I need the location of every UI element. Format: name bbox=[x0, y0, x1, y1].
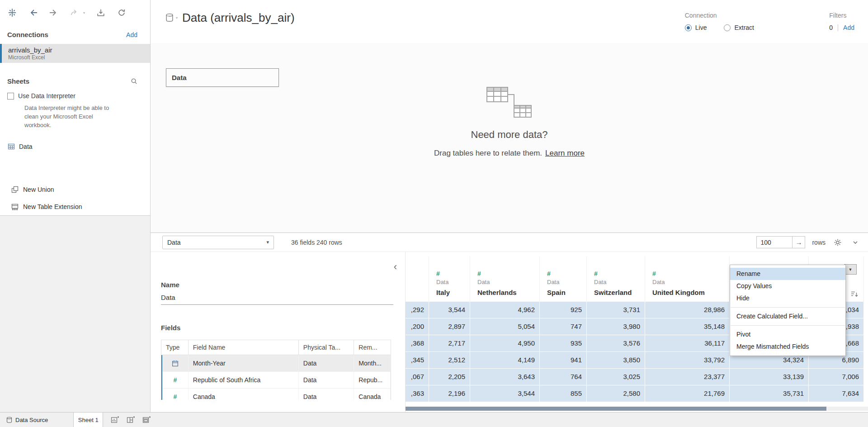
grid-cell[interactable]: ,345 bbox=[406, 352, 429, 369]
grid-cell[interactable]: ,368 bbox=[406, 335, 429, 352]
column-menu-trigger[interactable]: ▼ bbox=[844, 264, 857, 275]
new-table-extension-button[interactable]: New Table Extension bbox=[11, 201, 150, 212]
table-name-field[interactable]: Data bbox=[161, 294, 393, 305]
menu-item-create-calculated-field[interactable]: Create Calculated Field... bbox=[730, 310, 845, 323]
back-icon[interactable] bbox=[28, 8, 38, 18]
grid-cell[interactable]: 2,196 bbox=[429, 385, 470, 402]
grid-cell[interactable]: 2,205 bbox=[429, 369, 470, 385]
data-source-tab[interactable]: Data Source bbox=[0, 413, 54, 427]
forward-icon[interactable] bbox=[49, 8, 59, 18]
column-header-field-name[interactable]: Field Name bbox=[189, 340, 299, 355]
grid-column-header[interactable] bbox=[406, 256, 429, 302]
menu-item-rename[interactable]: Rename bbox=[730, 268, 845, 280]
grid-cell[interactable]: 3,544 bbox=[470, 385, 540, 402]
grid-cell[interactable]: 925 bbox=[540, 302, 587, 318]
grid-column-header[interactable]: #DataNetherlands bbox=[470, 256, 540, 302]
menu-item-copy-values[interactable]: Copy Values bbox=[730, 280, 845, 292]
grid-cell[interactable]: 3,731 bbox=[587, 302, 645, 318]
radio-extract[interactable]: Extract bbox=[724, 24, 754, 31]
table-sheet-icon bbox=[7, 142, 15, 150]
grid-cell[interactable]: 21,769 bbox=[645, 385, 730, 402]
grid-column-header[interactable]: #DataItaly bbox=[429, 256, 470, 302]
filters-add-link[interactable]: Add bbox=[843, 24, 854, 31]
grid-cell[interactable]: 2,897 bbox=[429, 318, 470, 335]
grid-cell[interactable]: 2,512 bbox=[429, 352, 470, 369]
menu-item-pivot[interactable]: Pivot bbox=[730, 328, 845, 341]
collapse-pane-chevron-icon[interactable] bbox=[850, 237, 861, 248]
new-dashboard-icon[interactable] bbox=[126, 415, 135, 424]
collapse-panel-chevron-left-icon[interactable]: ‹ bbox=[394, 262, 397, 272]
grid-cell[interactable]: 28,986 bbox=[645, 302, 730, 318]
field-row[interactable]: #Republic of South AfricaDataRepub... bbox=[162, 372, 391, 389]
grid-column-header[interactable]: #DataSpain bbox=[540, 256, 587, 302]
grid-settings-gear-icon[interactable] bbox=[832, 237, 843, 248]
column-header-remote[interactable]: Rem... bbox=[354, 340, 391, 355]
grid-cell[interactable]: 3,025 bbox=[587, 369, 645, 385]
new-union-button[interactable]: New Union bbox=[11, 184, 150, 195]
sheet-item-data[interactable]: Data bbox=[7, 142, 150, 152]
column-table-label: Data bbox=[652, 279, 729, 285]
horizontal-scrollbar[interactable] bbox=[406, 407, 868, 411]
grid-cell[interactable]: 5,054 bbox=[470, 318, 540, 335]
grid-cell[interactable]: ,363 bbox=[406, 385, 429, 402]
new-worksheet-icon[interactable] bbox=[110, 415, 119, 424]
grid-cell[interactable]: 36,117 bbox=[645, 335, 730, 352]
grid-cell[interactable]: ,292 bbox=[406, 302, 429, 318]
grid-cell[interactable]: 7,006 bbox=[809, 369, 864, 385]
grid-cell[interactable]: ,200 bbox=[406, 318, 429, 335]
learn-more-link[interactable]: Learn more bbox=[545, 149, 585, 158]
search-icon[interactable] bbox=[130, 78, 137, 85]
table-selector[interactable]: Data ▾ bbox=[162, 236, 274, 249]
table-chip[interactable]: Data bbox=[166, 68, 279, 87]
use-data-interpreter-checkbox[interactable] bbox=[7, 93, 14, 100]
grid-cell[interactable]: 2,717 bbox=[429, 335, 470, 352]
scrollbar-thumb[interactable] bbox=[406, 407, 826, 411]
grid-cell[interactable]: 4,950 bbox=[470, 335, 540, 352]
grid-cell[interactable]: 3,544 bbox=[429, 302, 470, 318]
title-dropdown-caret-icon[interactable]: ▾ bbox=[176, 16, 178, 20]
grid-cell[interactable]: 3,980 bbox=[587, 318, 645, 335]
grid-cell[interactable]: 3,643 bbox=[470, 369, 540, 385]
grid-cell[interactable]: 7,634 bbox=[809, 385, 864, 402]
field-row[interactable]: Month-YearDataMonth... bbox=[162, 355, 391, 372]
grid-cell[interactable]: 764 bbox=[540, 369, 587, 385]
grid-cell[interactable]: ,067 bbox=[406, 369, 429, 385]
grid-cell[interactable]: 747 bbox=[540, 318, 587, 335]
tab-sheet-1[interactable]: Sheet 1 bbox=[73, 413, 103, 427]
save-icon[interactable] bbox=[96, 8, 106, 18]
refresh-icon[interactable] bbox=[117, 8, 127, 18]
grid-cell[interactable]: 4,149 bbox=[470, 352, 540, 369]
field-row[interactable]: #CanadaDataCanada bbox=[162, 389, 391, 400]
grid-column: #DataSwitzerland3,7313,9803,5763,8503,02… bbox=[587, 256, 645, 402]
grid-cell[interactable]: 33,139 bbox=[730, 369, 809, 385]
grid-column-header[interactable]: #DataSwitzerland bbox=[587, 256, 645, 302]
add-connection-link[interactable]: Add bbox=[126, 31, 137, 38]
grid-cell[interactable]: 4,962 bbox=[470, 302, 540, 318]
redo-dropdown-caret-icon[interactable]: ▾ bbox=[83, 11, 85, 15]
connection-item[interactable]: arrivals_by_air Microsoft Excel bbox=[0, 44, 150, 63]
sheet-item-label: Data bbox=[19, 143, 33, 150]
grid-column-header[interactable]: #DataUnited Kingdom bbox=[645, 256, 730, 302]
database-icon[interactable] bbox=[165, 13, 174, 23]
grid-cell[interactable]: 941 bbox=[540, 352, 587, 369]
column-header-physical-table[interactable]: Physical Ta... bbox=[299, 340, 354, 355]
apply-rows-arrow-icon[interactable]: → bbox=[793, 236, 805, 248]
grid-cell[interactable]: 35,731 bbox=[730, 385, 809, 402]
new-story-icon[interactable] bbox=[142, 415, 151, 424]
grid-cell[interactable]: 855 bbox=[540, 385, 587, 402]
grid-cell[interactable]: 23,377 bbox=[645, 369, 730, 385]
sort-icon[interactable] bbox=[851, 291, 859, 299]
radio-live[interactable]: Live bbox=[685, 24, 707, 31]
column-header-type[interactable]: Type bbox=[161, 340, 189, 355]
grid-cell[interactable]: 33,792 bbox=[645, 352, 730, 369]
menu-item-merge-mismatched-fields[interactable]: Merge Mismatched Fields bbox=[730, 341, 845, 353]
grid-cell[interactable]: 35,148 bbox=[645, 318, 730, 335]
menu-item-hide[interactable]: Hide bbox=[730, 292, 845, 304]
rows-limit-input[interactable] bbox=[756, 236, 793, 248]
relationship-canvas[interactable]: Data Need more data? bbox=[151, 43, 868, 232]
grid-cell[interactable]: 935 bbox=[540, 335, 587, 352]
grid-cell[interactable]: 3,850 bbox=[587, 352, 645, 369]
grid-cell[interactable]: 2,580 bbox=[587, 385, 645, 402]
grid-cell[interactable]: 3,576 bbox=[587, 335, 645, 352]
redo-icon[interactable] bbox=[70, 8, 80, 18]
